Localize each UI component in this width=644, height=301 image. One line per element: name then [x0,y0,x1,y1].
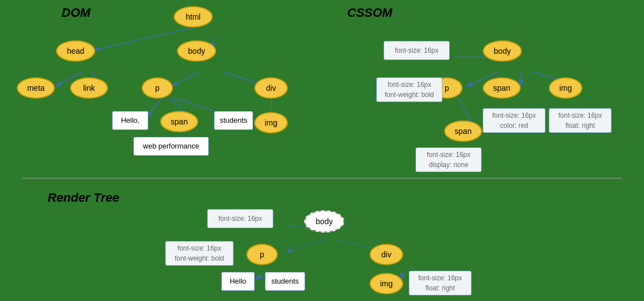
cssom-img-css-box: font-size: 16pxfloat: right [549,108,612,133]
render-p-node: p [246,244,278,265]
dom-head-node: head [56,40,95,62]
dom-div-node: div [254,77,288,99]
render-body-node: body [304,210,344,233]
render-body-box: font-size: 16px [207,209,273,228]
cssom-body-css-box: font-size: 16px [384,41,450,60]
dom-img-node: img [254,112,288,133]
dom-p-node: p [142,77,173,99]
render-label: Render Tree [48,191,119,205]
render-img-node: img [370,273,403,294]
dom-span-node: span [160,111,198,132]
cssom-label: CSSOM [347,6,393,20]
render-img-box: font-size: 16pxfloat: right [409,271,472,295]
diagram-container: DOM CSSOM Render Tree html head body met… [0,0,644,301]
render-hello-box: Hello [221,272,255,291]
render-students-box: students [265,272,305,291]
dom-students-box: students [214,111,253,130]
svg-line-21 [286,240,324,252]
cssom-span-css-box: font-size: 16pxcolor: red [483,108,545,133]
cssom-p-css-box: font-size: 16pxfont-weight: bold [376,77,442,102]
cssom-img-node: img [549,77,582,99]
render-div-node: div [370,244,403,265]
dom-label: DOM [62,6,90,20]
dom-link-node: link [70,77,108,99]
dom-meta-node: meta [17,77,55,99]
dom-hello-box: Hello, [112,111,148,130]
cssom-span-node: span [483,77,521,99]
dom-html-node: html [174,6,213,27]
render-p-box: font-size: 16pxfont-weight: bold [165,241,234,266]
svg-line-6 [171,72,199,87]
arrows-svg [0,0,644,301]
cssom-body-node: body [483,40,522,62]
cssom-span2-node: span [444,121,482,142]
dom-webperf-box: web performance [133,137,209,156]
cssom-span2-css-box: font-size: 16pxdisplay: none [416,147,482,172]
dom-body-node: body [177,40,216,62]
